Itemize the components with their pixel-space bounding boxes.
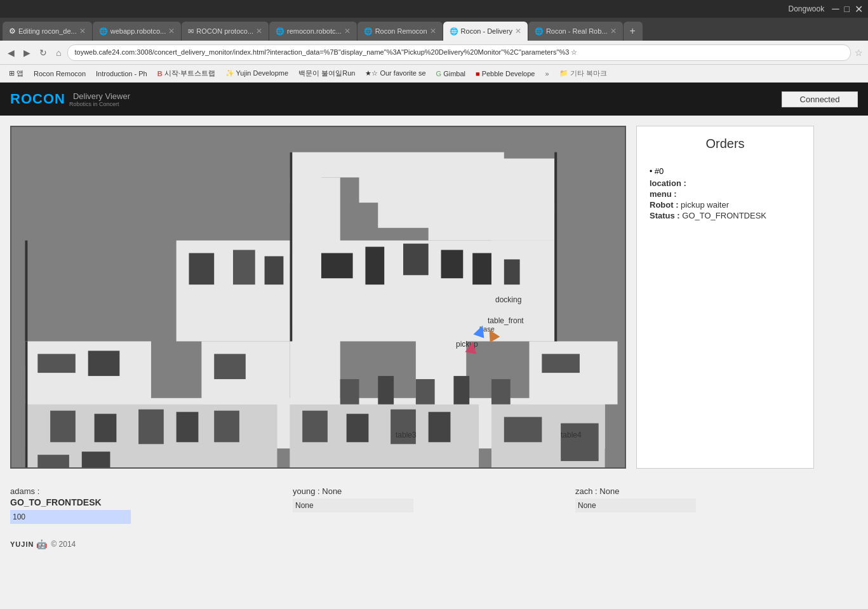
browser-tab-4[interactable]: 🌐 remocon.robotc... ✕	[269, 22, 357, 41]
browser-titlebar: Dongwook ─ □ ✕	[0, 0, 868, 18]
adams-name-status: adams :	[10, 486, 288, 496]
github-icon: ⚙	[9, 27, 16, 36]
order-location: location :	[650, 178, 803, 188]
logo-delivery: Delivery Viewer	[73, 91, 130, 101]
svg-rect-34	[429, 412, 451, 443]
svg-rect-10	[365, 247, 384, 285]
robot-orange	[486, 329, 498, 340]
bookmark-pebble[interactable]: ■ Pebble Develope	[472, 69, 538, 79]
tab-close-4[interactable]: ✕	[344, 27, 351, 36]
svg-rect-7	[429, 190, 555, 240]
order-robot: Robot : pickup waiter	[650, 200, 803, 210]
orders-title: Orders	[647, 137, 803, 156]
browser-tab-1[interactable]: ⚙ Editing rocon_de... ✕	[3, 22, 92, 41]
robot-status-young: young : None None	[293, 486, 575, 512]
orders-panel: Orders • #0 location : menu : Robot : pi…	[636, 126, 814, 469]
svg-rect-31	[302, 411, 328, 443]
bookmark-gimbal[interactable]: G Gimbal	[432, 69, 469, 79]
logo-rocon: ROCON	[10, 91, 65, 107]
tab-label-1: Editing rocon_de...	[18, 27, 77, 35]
bookmark-favorite[interactable]: ★☆ Our favorite se	[361, 68, 429, 79]
svg-rect-37	[561, 424, 599, 462]
bookmark-bootstrap[interactable]: B 시작·부트스트랩	[154, 67, 219, 79]
robot-status-bar: adams : GO_TO_FRONTDESK 100 young : None…	[0, 479, 868, 532]
bookmark-bakmun[interactable]: 백문이 불여일Run	[295, 67, 359, 79]
browser-tab-6[interactable]: 🌐 Rocon - Delivery ✕	[443, 22, 528, 41]
svg-rect-26	[214, 411, 239, 443]
svg-rect-43	[25, 241, 27, 342]
maximize-btn[interactable]: □	[845, 4, 850, 14]
minimize-btn[interactable]: ─	[832, 3, 839, 15]
browser-window: Dongwook ─ □ ✕ ⚙ Editing rocon_de... ✕ 🌐…	[0, 0, 868, 83]
svg-rect-29	[82, 452, 110, 467]
svg-rect-24	[138, 410, 164, 445]
tab-close-1[interactable]: ✕	[79, 27, 86, 36]
svg-rect-47	[340, 379, 359, 405]
svg-rect-56	[233, 250, 255, 285]
tab-close-6[interactable]: ✕	[515, 27, 521, 36]
map-container: docking table_front base pickup table3 t…	[10, 126, 626, 469]
svg-rect-13	[472, 253, 491, 285]
home-btn[interactable]: ⌂	[53, 45, 63, 60]
forward-btn[interactable]: ▶	[21, 45, 33, 60]
zach-name-status: zach : None	[575, 486, 853, 496]
tab-icon-5: 🌐	[364, 27, 373, 36]
robot-pink	[466, 342, 477, 353]
close-btn[interactable]: ✕	[855, 3, 863, 15]
bookmark-remocon[interactable]: Rocon Remocon	[30, 69, 90, 79]
robot-icon: 🤖	[36, 539, 47, 549]
young-name-status: young : None	[293, 486, 570, 496]
logo-tagline: Robotics in Concert	[69, 101, 130, 107]
tab-icon-3: ✉	[188, 27, 194, 36]
copyright: © 2014	[51, 540, 76, 549]
tab-label-4: remocon.robotc...	[287, 27, 342, 35]
browser-tab-2[interactable]: 🌐 webapp.robotco... ✕	[93, 22, 181, 41]
bookmark-folder[interactable]: 📁 기타 복마크	[556, 67, 611, 79]
yujin-logo: YUJIN 🤖	[10, 539, 47, 549]
browser-tab-5[interactable]: 🌐 Rocon Remocon ✕	[357, 22, 443, 41]
app-footer: YUJIN 🤖 © 2014	[0, 532, 868, 557]
browser-tab-new[interactable]: +	[624, 22, 643, 41]
tab-close-7[interactable]: ✕	[610, 27, 617, 36]
connected-badge: Connected	[782, 91, 858, 107]
svg-rect-51	[491, 379, 511, 405]
svg-rect-22	[50, 411, 76, 443]
map-label-table-front: table_front	[488, 316, 524, 325]
svg-rect-53	[214, 354, 246, 379]
robot-status-zach: zach : None None	[575, 486, 858, 512]
svg-rect-44	[290, 152, 292, 342]
zach-task-bar: None	[575, 499, 696, 512]
tab-close-5[interactable]: ✕	[430, 27, 436, 36]
svg-rect-38	[290, 329, 340, 405]
reload-btn[interactable]: ↻	[37, 45, 50, 60]
order-item-0: • #0 location : menu : Robot : pickup wa…	[650, 166, 803, 220]
svg-rect-25	[177, 412, 199, 443]
bookmark-apps[interactable]: ⊞ 앱	[5, 67, 27, 79]
url-bar[interactable]	[67, 44, 851, 61]
browser-tab-3[interactable]: ✉ ROCON protoco... ✕	[182, 22, 269, 41]
app-wrapper: ROCON Delivery Viewer Robotics in Concer…	[0, 83, 868, 609]
svg-rect-55	[189, 253, 215, 285]
svg-rect-23	[95, 414, 117, 443]
svg-rect-18	[37, 354, 76, 373]
svg-rect-11	[403, 244, 429, 276]
tab-icon-7: 🌐	[535, 27, 544, 36]
tab-icon-2: 🌐	[99, 27, 108, 36]
adams-task: GO_TO_FRONTDESK	[10, 497, 288, 507]
bookmark-more[interactable]: »	[541, 69, 552, 79]
tab-close-3[interactable]: ✕	[256, 27, 262, 36]
order-number: • #0	[650, 166, 803, 176]
browser-tab-7[interactable]: 🌐 Rocon - Real Rob... ✕	[528, 22, 623, 41]
tab-label-3: ROCON protoco...	[196, 27, 253, 35]
bookmark-yujin[interactable]: ✨ Yujin Developme	[222, 68, 292, 79]
tab-label-6: Rocon - Delivery	[461, 27, 512, 35]
svg-rect-19	[88, 351, 120, 376]
svg-rect-12	[441, 250, 464, 279]
svg-rect-45	[554, 152, 557, 342]
tab-close-2[interactable]: ✕	[168, 27, 175, 36]
back-btn[interactable]: ◀	[5, 45, 17, 60]
browser-omnibar: ◀ ▶ ↻ ⌂ ☆	[0, 41, 868, 65]
svg-rect-14	[504, 259, 520, 284]
bookmark-star[interactable]: ☆	[855, 48, 863, 58]
bookmark-intro[interactable]: Introduction - Ph	[92, 69, 151, 79]
